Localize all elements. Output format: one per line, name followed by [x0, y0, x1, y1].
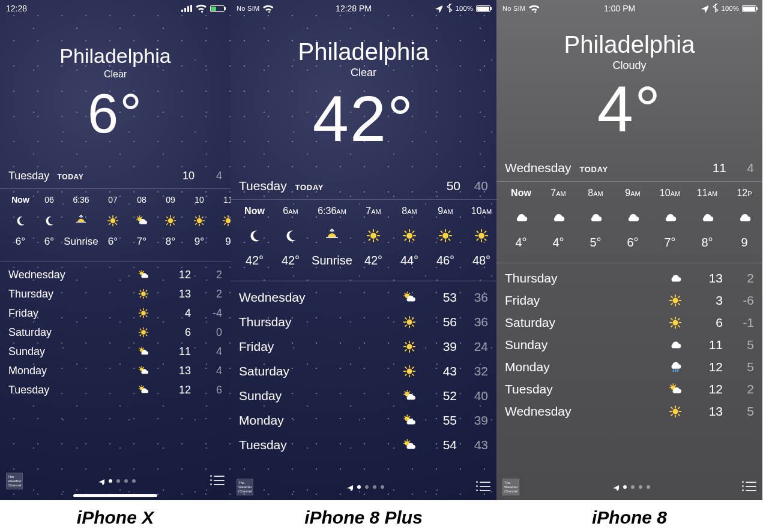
hour-label: Now [502, 188, 540, 199]
sun-icon [393, 340, 426, 353]
hourly-item: 10 9° [185, 195, 214, 248]
phone-iphone-8-plus: No SIM 12:28 PM 100% Philadelphia Clear … [231, 0, 496, 500]
day-high: 11 [160, 345, 191, 358]
day-label: Tuesday [505, 382, 659, 396]
weather-channel-logo[interactable]: The Weather Channel [6, 473, 23, 489]
page-dot[interactable] [373, 485, 376, 489]
hour-temp: 9 [214, 236, 231, 248]
daily-forecast[interactable]: Wednesday 53 36 Thursday 56 36 Friday 39… [231, 281, 496, 457]
today-low: 4 [195, 170, 222, 182]
hour-label: 06 [35, 195, 64, 205]
day-high: 11 [692, 338, 723, 352]
day-label: Tuesday [239, 438, 393, 452]
sun-icon [659, 316, 692, 329]
day-low: 24 [457, 339, 488, 354]
hourly-item: Now 42° [237, 206, 273, 267]
page-dot[interactable] [647, 485, 650, 489]
day-low: 5 [723, 338, 754, 352]
day-low: 40 [457, 389, 488, 403]
hourly-forecast[interactable]: Now 6° 06 6° 6:36 Sunrise 07 6° 08 7° 09 [0, 189, 231, 255]
list-button-icon[interactable] [476, 482, 490, 492]
hour-label: 8AM [577, 188, 614, 199]
wifi-icon [528, 4, 539, 13]
page-dots[interactable] [97, 477, 136, 485]
list-button-icon[interactable] [742, 482, 756, 492]
hourly-forecast[interactable]: Now 4° 7AM 4° 8AM 5° 9AM 6° 10AM 7° 11AM [496, 182, 762, 257]
day-high: 4 [160, 307, 191, 320]
hourly-item: 6AM 42° [273, 206, 309, 267]
caption-iphone-8-plus: iPhone 8 Plus [231, 500, 496, 532]
battery-percent: 100% [456, 5, 473, 12]
today-tag: TODAY [295, 183, 324, 192]
day-high: 12 [692, 382, 723, 396]
weather-channel-logo[interactable]: The Weather Channel [237, 479, 253, 495]
hourly-item: 8AM 5° [577, 188, 614, 250]
page-dots[interactable] [346, 483, 384, 491]
hourly-item: 7AM 4° [540, 188, 577, 250]
hour-label: 9AM [614, 188, 651, 199]
hourly-item: 09 8° [156, 195, 185, 248]
moon-icon [35, 211, 64, 231]
hourly-item: 9AM 46° [427, 206, 463, 267]
day-label: Monday [8, 365, 127, 377]
sun-icon [185, 211, 214, 231]
list-button-icon[interactable] [210, 476, 225, 486]
hourly-item: 10AM 48° [463, 206, 496, 267]
hour-label: 07 [98, 195, 127, 205]
signal-icon [181, 5, 192, 12]
page-dots[interactable] [612, 483, 650, 491]
day-low: -1 [723, 315, 754, 330]
today-tag: TODAY [57, 173, 83, 181]
hour-label: 7AM [540, 188, 577, 199]
hourly-forecast[interactable]: Now 42° 6AM 42° 6:36AM Sunrise 7AM 42° 8… [231, 200, 496, 275]
day-label: Sunday [8, 345, 127, 358]
hourly-item: 6:36 Sunrise [64, 195, 98, 248]
hour-temp: 6° [98, 236, 127, 248]
hour-temp: 42° [237, 254, 273, 267]
day-low: 0 [191, 326, 222, 339]
page-dot[interactable] [132, 479, 136, 483]
daily-forecast[interactable]: Wednesday 12 2 Thursday 13 2 Friday 4 -4… [0, 262, 231, 399]
hour-label: 08 [127, 195, 156, 205]
daily-row: Sunday 11 5 [505, 333, 754, 356]
page-dot[interactable] [639, 485, 642, 489]
location-dot-icon [346, 483, 353, 491]
day-label: Friday [505, 293, 659, 308]
daily-forecast[interactable]: Thursday 13 2 Friday 3 -6 Saturday 6 -1 … [496, 263, 762, 422]
hour-temp: 5° [577, 236, 614, 250]
sunrise-icon [64, 211, 98, 231]
hourly-item: 8AM 44° [391, 206, 427, 267]
page-dot[interactable] [109, 479, 112, 483]
hourly-item: Now 4° [502, 188, 540, 250]
sun-icon [127, 327, 160, 338]
today-summary-row: Tuesday TODAY 50 40 [231, 179, 496, 193]
day-low: 2 [191, 288, 222, 300]
hour-temp: Sunrise [309, 254, 355, 267]
hour-label: 11 [214, 195, 231, 205]
page-dot[interactable] [116, 479, 120, 483]
day-high: 56 [426, 315, 457, 329]
caption-iphone-x: iPhone X [0, 500, 231, 532]
hour-label: 8AM [391, 206, 427, 217]
hourly-item: 11 9 [214, 195, 231, 248]
caption-iphone-8: iPhone 8 [496, 500, 762, 532]
page-dot[interactable] [631, 485, 635, 489]
page-dot[interactable] [124, 479, 128, 483]
page-dot[interactable] [357, 485, 361, 489]
day-label: Thursday [8, 288, 127, 300]
cloud-icon [726, 206, 762, 230]
home-indicator[interactable] [73, 494, 157, 497]
location-services-icon [434, 4, 442, 13]
day-label: Saturday [8, 326, 127, 339]
bluetooth-icon [445, 4, 453, 13]
weather-channel-logo[interactable]: The Weather Channel [502, 479, 519, 495]
page-dot[interactable] [381, 485, 384, 489]
day-low: 2 [191, 269, 222, 281]
day-label: Wednesday [239, 290, 393, 305]
partly-icon [659, 383, 692, 396]
page-dot[interactable] [623, 485, 627, 489]
hour-temp: 9 [726, 236, 762, 250]
page-dot[interactable] [365, 485, 369, 489]
hour-temp: 8° [156, 236, 185, 248]
day-high: 6 [160, 326, 191, 339]
